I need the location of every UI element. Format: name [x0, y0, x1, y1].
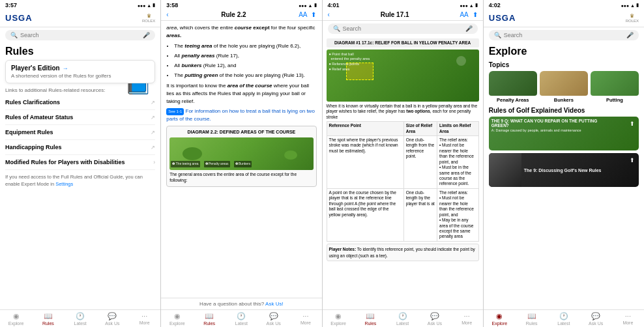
askus-tab-icon: 💬: [108, 312, 117, 320]
search-input-4[interactable]: [504, 32, 624, 38]
tab-more-2[interactable]: ··· More: [289, 312, 321, 326]
putting-label: Putting: [591, 97, 639, 103]
mic-icon-1[interactable]: 🎤: [143, 32, 150, 38]
signal-icon: ●●●: [138, 3, 146, 8]
tab-askus-3[interactable]: 💬 Ask Us: [418, 312, 450, 326]
ref-point-header: Reference Point: [327, 122, 403, 136]
handicapping-rules-link[interactable]: Handicapping Rules ↗: [5, 140, 155, 155]
tab-latest-2[interactable]: 🕐 Latest: [226, 312, 257, 326]
tab-more-1[interactable]: ··· More: [128, 312, 160, 326]
back-button-3[interactable]: ‹: [328, 11, 330, 18]
usga-logo: USGA: [5, 13, 33, 23]
explore-tab-icon: ◉: [13, 312, 20, 320]
tab-explore-3[interactable]: ◉ Explore: [323, 312, 355, 326]
video-share-icon-1[interactable]: ⬆: [630, 121, 635, 127]
chevron-right-icon: ›: [153, 159, 155, 165]
tab-more-4[interactable]: ··· More: [612, 312, 644, 326]
search-bar-1[interactable]: 🔍 🎤: [5, 30, 155, 40]
askus-label-2: Ask Us: [267, 321, 281, 326]
video-share-icon-2[interactable]: ⬆: [630, 157, 635, 164]
diagram-label-2: ❷ Penalty areas: [204, 161, 230, 167]
size-desc-1: One club-length from the reference point…: [403, 135, 437, 188]
topic-penalty-areas[interactable]: Penalty Areas: [489, 71, 537, 103]
handicapping-rules-label: Handicapping Rules: [5, 144, 62, 150]
mic-icon-4[interactable]: 🎤: [626, 32, 634, 38]
legend-4: ● Relief area: [329, 67, 370, 72]
players-edition-box[interactable]: Player's Edition → A shortened version o…: [5, 60, 155, 83]
font-size-icon-3[interactable]: AA: [460, 11, 468, 18]
search-input-3[interactable]: [343, 25, 463, 32]
explore-label-4: Explore: [492, 321, 508, 326]
legend-1: ● Point that ball: [329, 52, 370, 57]
limits-desc-1: The relief area:• Must not be nearer the…: [437, 135, 479, 188]
search-icon-1: 🔍: [10, 32, 18, 38]
bullet-1: The teeing area of the hole you are play…: [174, 42, 316, 50]
latest-tab-label: Latest: [74, 321, 87, 326]
tab-more-3[interactable]: ··· More: [451, 312, 483, 326]
share-icon[interactable]: ⬆: [311, 11, 316, 18]
diagram-22-title: DIAGRAM 2.2: DEFINED AREAS OF THE COURSE: [169, 129, 313, 136]
font-size-icon[interactable]: AA: [299, 11, 307, 18]
area-note: The general area covers the entire area …: [169, 171, 313, 184]
reader-icons-3: AA ⬆: [460, 11, 477, 18]
search-bar-3[interactable]: 🔍 🎤: [328, 23, 478, 34]
ask-us-link[interactable]: Ask Us!: [265, 301, 284, 307]
rules-amateur-link[interactable]: Rules of Amateur Status ↗: [5, 110, 155, 125]
more-icon-3: ···: [464, 312, 470, 320]
usga-logo-4: USGA: [489, 13, 516, 23]
screen-rules-home: 3:57 ●●● ▲ ▮ USGA ♛ ROLEX 🔍 🎤 Rules 📘: [0, 0, 161, 327]
penalty-area-diagram: ● Point that ball entered the penalty ar…: [327, 50, 479, 102]
tab-bar-1: ◉ Explore 📖 Rules 🕐 Latest 💬 Ask Us ··· …: [0, 309, 160, 327]
search-bar-4[interactable]: 🔍 🎤: [489, 30, 639, 40]
video-thumbnail-2: [489, 153, 521, 187]
reader-content-2: area, which covers the entire course exc…: [161, 21, 321, 298]
golf-course-diagram: ❶ The teeing area ❷ Penalty areas ❸ Bunk…: [169, 137, 313, 170]
content-italic: area: [166, 25, 177, 31]
share-icon-3[interactable]: ⬆: [473, 11, 478, 18]
tab-askus-2[interactable]: 💬 Ask Us: [257, 312, 289, 326]
screen-rule-171: 4:01 ●●● ▲ ▮ ‹ Rule 17.1 AA ⬆ 🔍 🎤 DIAGRA…: [323, 0, 484, 327]
tab-latest-4[interactable]: 🕐 Latest: [548, 312, 579, 326]
equipment-rules-link[interactable]: Equipment Rules ↗: [5, 125, 155, 140]
wifi-icon-4: ▲: [630, 3, 635, 8]
modified-rules-link[interactable]: Modified Rules for Players with Disabili…: [5, 155, 155, 170]
screen-rule-22: 3:58 ●●● ▲ ▮ ‹ Rule 2.2 AA ⬆ area, which…: [161, 0, 322, 327]
video-card-1[interactable]: THE 9 Q: WHAT CAN YOU REPAIR ON THE PUTT…: [489, 117, 639, 150]
rules-clarifications-link[interactable]: Rules Clarifications ↗: [5, 95, 155, 110]
topic-putting[interactable]: Putting: [591, 71, 639, 103]
tab-rules-2[interactable]: 📖 Rules: [194, 312, 226, 326]
tab-rules-1[interactable]: 📖 Rules: [32, 312, 64, 326]
players-edition-subtitle: A shortened version of the Rules for gol…: [11, 73, 149, 79]
video-card-2[interactable]: The 9: Discussing Golf's New Rules ⬆: [489, 153, 639, 187]
rolex-crown-icon: ♛: [147, 13, 151, 19]
askus-label-4: Ask Us: [589, 321, 603, 326]
tab-explore-4[interactable]: ◉ Explore: [484, 312, 516, 326]
mic-icon-3[interactable]: 🎤: [465, 25, 473, 32]
reader-nav-2: ‹ Rule 2.2 AA ⬆: [161, 9, 321, 21]
tab-explore-1[interactable]: ◉ Explore: [0, 312, 32, 326]
back-button-2[interactable]: ‹: [166, 11, 168, 18]
signal-icon-4: ●●●: [621, 3, 629, 8]
tab-latest-3[interactable]: 🕐 Latest: [387, 312, 418, 326]
tab-bar-4: ◉ Explore 📖 Rules 🕐 Latest 💬 Ask Us ··· …: [484, 309, 644, 327]
limits-desc-2: The relief area:• Must not be nearer the…: [437, 188, 479, 241]
bunkers-image: [540, 71, 588, 96]
status-bar-3: 4:01 ●●● ▲ ▮: [323, 0, 483, 9]
equipment-rules-label: Equipment Rules: [5, 129, 53, 135]
more-label-3: More: [461, 320, 472, 325]
signal-icon-2: ●●●: [299, 3, 307, 8]
topic-bunkers[interactable]: Bunkers: [540, 71, 588, 103]
videos-title: Rules of Golf Explained Videos: [489, 107, 639, 114]
tab-rules-4[interactable]: 📖 Rules: [516, 312, 548, 326]
tab-explore-2[interactable]: ◉ Explore: [161, 312, 193, 326]
settings-link[interactable]: Settings: [55, 181, 73, 187]
penalty-areas-label: Penalty Areas: [489, 97, 537, 103]
tab-askus-1[interactable]: 💬 Ask Us: [96, 312, 128, 326]
search-input-1[interactable]: [20, 32, 140, 38]
tab-rules-3[interactable]: 📖 Rules: [355, 312, 387, 326]
tab-askus-4[interactable]: 💬 Ask Us: [580, 312, 612, 326]
rules-tab-label: Rules: [42, 321, 54, 326]
latest-label-2: Latest: [235, 321, 248, 326]
rules-amateur-label: Rules of Amateur Status: [5, 114, 73, 121]
tab-latest-1[interactable]: 🕐 Latest: [65, 312, 96, 326]
